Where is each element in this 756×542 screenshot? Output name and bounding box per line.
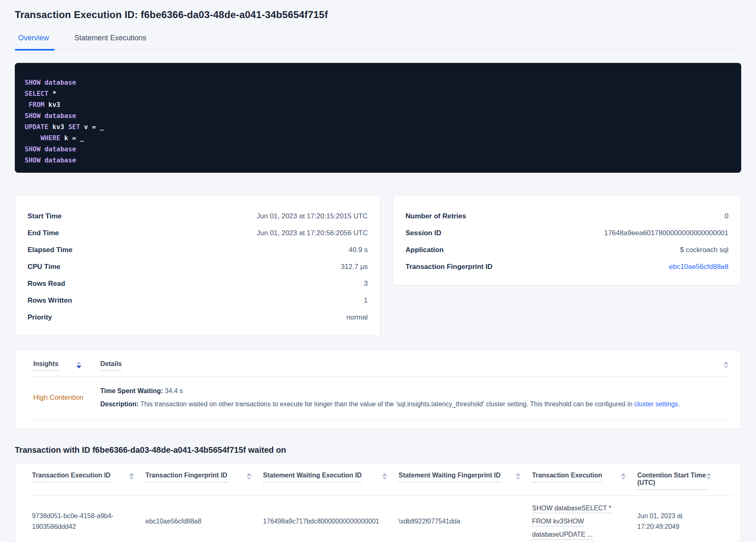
summary-row: Elapsed Time 40.9 s (28, 241, 368, 258)
high-contention-badge: High Contention (33, 394, 100, 402)
waited-on-table-header: Transaction Execution ID Transaction Fin… (32, 472, 733, 496)
page-title: Transaction Execution ID: f6be6366-da03-… (15, 9, 741, 21)
start-time-label: Start Time (28, 212, 62, 220)
retries-value: 0 (725, 212, 728, 220)
sort-icon[interactable] (76, 360, 81, 368)
execution-summary-card: Start Time Jun 01, 2023 at 17:20:15:2015… (15, 196, 380, 336)
col-txn-fingerprint-id[interactable]: Transaction Fingerprint ID (145, 472, 227, 482)
summary-row: Number of Retries 0 (406, 208, 728, 225)
col-txn-execution[interactable]: Transaction Execution (532, 472, 602, 482)
end-time-label: End Time (28, 229, 59, 237)
application-label: Application (406, 246, 444, 254)
summary-row: Start Time Jun 01, 2023 at 17:20:15:2015… (28, 208, 368, 225)
txn-execution-statements-link[interactable]: SHOW databaseSELECT * FROM kv3SHOW datab… (532, 505, 611, 538)
start-time-value: Jun 01, 2023 at 17:20:15:2015 UTC (257, 212, 368, 220)
col-stmt-waiting-execution-id[interactable]: Statement Waiting Execution ID (263, 472, 362, 482)
retries-label: Number of Retries (406, 212, 466, 220)
insights-column-header[interactable]: Insights (33, 360, 58, 371)
insight-row: High Contention Time Spent Waiting: 34.4… (33, 377, 731, 420)
insight-description: Description: This transaction waited on … (100, 399, 731, 410)
sort-icon[interactable] (129, 472, 134, 480)
tab-overview[interactable]: Overview (18, 34, 49, 50)
summary-row: End Time Jun 01, 2023 at 17:20:56:2056 U… (28, 225, 368, 241)
cell-txn-execution-id: 9738d051-bc0e-4158-a9b4-1903586ddd42 (32, 511, 145, 532)
sort-icon[interactable] (706, 472, 711, 480)
col-stmt-waiting-fingerprint-id[interactable]: Statement Waiting Fingerprint ID (399, 472, 500, 482)
details-column-header[interactable]: Details (100, 360, 122, 371)
txn-fingerprint-link[interactable]: ebc10ae56cfd88a8 (669, 263, 728, 271)
elapsed-time-value: 40.9 s (349, 246, 368, 254)
cell-stmt-waiting-execution-id: 176498a9c717bdc80000000000000001 (263, 516, 399, 527)
summary-row: Application $ cockroach sql (406, 241, 728, 258)
rows-read-label: Rows Read (28, 280, 65, 288)
summary-row: Transaction Fingerprint ID ebc10ae56cfd8… (406, 258, 728, 275)
application-value: $ cockroach sql (680, 246, 728, 254)
waited-on-table-card: Transaction Execution ID Transaction Fin… (15, 464, 741, 542)
summary-row: CPU Time 312.7 µs (28, 258, 368, 275)
sort-icon[interactable] (724, 360, 728, 368)
session-id-label: Session ID (406, 229, 441, 237)
sort-icon[interactable] (621, 472, 626, 480)
sort-icon[interactable] (247, 472, 251, 480)
insights-table-card: Insights Details High Contention Time Sp… (15, 350, 741, 429)
summary-cards-row: Start Time Jun 01, 2023 at 17:20:15:2015… (15, 196, 741, 336)
cell-stmt-waiting-fingerprint-id: \xdb8922f077541dda (399, 516, 532, 527)
summary-row: Priority normal (28, 309, 368, 326)
cell-contention-start-time: Jun 01, 2023 at 17:20:49:2049 (637, 511, 723, 532)
sql-statements: SHOW databaseSELECT * FROM kv3SHOW datab… (25, 77, 730, 166)
col-contention-start-time[interactable]: Contention Start Time (UTC) (637, 472, 706, 490)
waited-on-table-row: 9738d051-bc0e-4158-a9b4-1903586ddd42 ebc… (32, 496, 733, 542)
tab-statement-executions[interactable]: Statement Executions (74, 34, 146, 50)
rows-written-value: 1 (364, 296, 368, 305)
sql-statement-box: SHOW databaseSELECT * FROM kv3SHOW datab… (15, 63, 741, 173)
col-txn-execution-id[interactable]: Transaction Execution ID (32, 472, 111, 482)
end-time-value: Jun 01, 2023 at 17:20:56:2056 UTC (257, 229, 368, 237)
priority-value: normal (346, 313, 368, 322)
cpu-time-value: 312.7 µs (341, 263, 368, 271)
transaction-execution-page: Transaction Execution ID: f6be6366-da03-… (0, 0, 756, 542)
txn-fingerprint-label: Transaction Fingerprint ID (406, 263, 493, 271)
sort-icon[interactable] (516, 472, 521, 480)
sort-icon[interactable] (382, 472, 387, 480)
cpu-time-label: CPU Time (28, 263, 60, 271)
rows-written-label: Rows Written (28, 296, 72, 305)
summary-row: Rows Read 3 (28, 275, 368, 292)
rows-read-value: 3 (364, 280, 368, 288)
priority-label: Priority (28, 313, 52, 322)
cell-txn-fingerprint-id: ebc10ae56cfd88a8 (145, 516, 263, 527)
summary-row: Rows Written 1 (28, 292, 368, 309)
cluster-settings-link[interactable]: cluster settings (634, 401, 678, 408)
tab-bar: Overview Statement Executions (15, 34, 741, 50)
waited-on-heading: Transaction with ID f6be6366-da03-48de-a… (15, 445, 741, 455)
insights-table-header: Insights Details (33, 360, 728, 376)
summary-row: Session ID 17648a9eea6017800000000000000… (406, 225, 728, 241)
time-spent-waiting: Time Spent Waiting: 34.4 s (100, 386, 731, 396)
session-summary-card: Number of Retries 0 Session ID 17648a9ee… (393, 196, 741, 285)
elapsed-time-label: Elapsed Time (28, 246, 72, 254)
session-id-value: 17648a9eea6017800000000000000001 (604, 229, 728, 237)
